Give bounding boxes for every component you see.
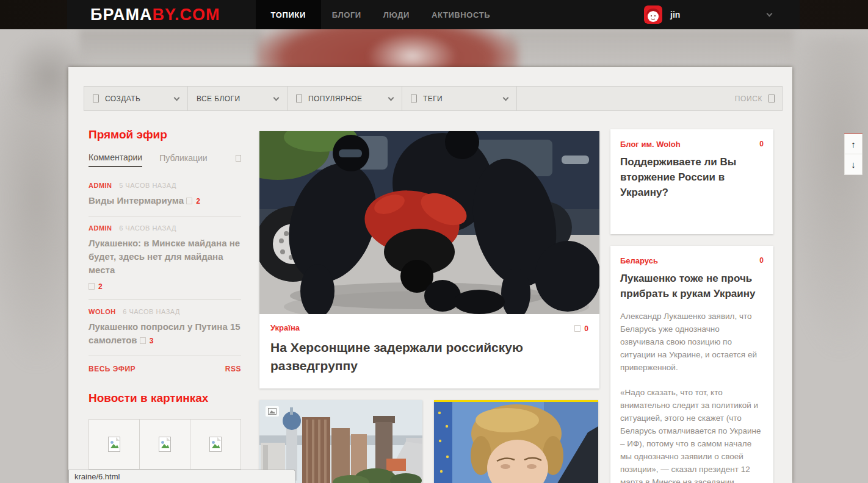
logo-text-red: BY.COM — [153, 5, 220, 24]
rss-link[interactable]: RSS — [225, 365, 241, 373]
news-pictures-title: Новости в картинках — [89, 392, 241, 405]
main-article-column: Україна 0 На Херсонщине задержали россий… — [259, 131, 599, 483]
entry-time: 6 ЧАСОВ НАЗАД — [119, 224, 176, 232]
article-thumbnail-merkel[interactable] — [434, 400, 598, 483]
chevron-down-icon — [767, 11, 773, 17]
entry-meta: ADMIN 5 ЧАСОВ НАЗАД — [89, 182, 241, 189]
nav-item-label: БЛОГИ — [332, 10, 361, 20]
live-feed-footer: ВЕСЬ ЭФИР RSS — [89, 365, 241, 373]
live-feed-sidebar: Прямой эфир Комментарии Публикации ADMIN… — [89, 128, 241, 483]
comment-count-value: 0 — [584, 324, 588, 333]
all-blogs-dropdown[interactable]: ВСЕ БЛОГИ — [188, 87, 288, 110]
broken-image-icon — [209, 437, 222, 452]
chevron-down-icon — [273, 95, 280, 101]
entry-time: 5 ЧАСОВ НАЗАД — [119, 182, 176, 189]
logo-text-white: БРАМА — [90, 5, 153, 24]
nav-item-activity[interactable]: АКТИВНОСТЬ — [421, 0, 501, 29]
background-statue-center-right — [507, 29, 794, 70]
article-title[interactable]: Поддерживаете ли Вы вторжение России в У… — [620, 154, 764, 200]
article-category-link[interactable]: Україна — [270, 323, 300, 332]
entry-title[interactable]: Виды Интермариума 2 — [89, 194, 241, 208]
popular-dropdown-label: ПОПУЛЯРНОЕ — [308, 95, 362, 103]
all-feed-link[interactable]: ВЕСЬ ЭФИР — [89, 365, 136, 373]
all-blogs-dropdown-label: ВСЕ БЛОГИ — [197, 95, 240, 103]
broken-image-icon — [108, 437, 120, 452]
popular-dropdown[interactable]: ПОПУЛЯРНОЕ — [288, 87, 402, 110]
entry-meta: ADMIN 6 ЧАСОВ НАЗАД — [89, 224, 241, 232]
comment-count-value: 2 — [196, 197, 200, 206]
background-statue-right — [781, 37, 868, 354]
sidebar-article-card: Блог им. Woloh 0 Поддерживаете ли Вы вто… — [610, 129, 773, 234]
nav-item-blogs[interactable]: БЛОГИ — [321, 0, 372, 29]
entry-title-text: Лукашенко попросил у Путина 15 самолетов — [89, 321, 241, 345]
gallery-icon — [266, 406, 279, 417]
comment-count-value: 3 — [150, 337, 154, 345]
nav-item-people[interactable]: ЛЮДИ — [372, 0, 421, 29]
popular-icon — [296, 95, 302, 102]
tab-publications[interactable]: Публикации — [159, 153, 207, 166]
main-article-photo[interactable] — [259, 131, 599, 314]
nav-item-topics[interactable]: ТОПИКИ — [256, 0, 321, 29]
comment-icon — [89, 283, 95, 290]
merkel-photo — [434, 402, 598, 483]
entry-title[interactable]: Лукашенко: в Минске майдана не будет, зд… — [89, 237, 241, 277]
comment-count[interactable]: 0 — [759, 256, 764, 265]
site-header: БРАМАBY.COM ТОПИКИ БЛОГИ ЛЮДИ АКТИВНОСТЬ… — [67, 0, 800, 29]
arrow-down-icon: ↓ — [851, 159, 856, 170]
nav-item-label: АКТИВНОСТЬ — [432, 10, 490, 20]
right-sidebar: Блог им. Woloh 0 Поддерживаете ли Вы вто… — [610, 129, 773, 483]
secondary-articles-row — [259, 400, 599, 483]
picture-thumbnail[interactable] — [140, 420, 190, 470]
main-article-caption: Україна 0 На Херсонщине задержали россий… — [259, 314, 599, 388]
list-item: WOLOH 6 ЧАСОВ НАЗАД Лукашенко попросил у… — [89, 300, 241, 356]
entry-title[interactable]: Лукашенко попросил у Путина 15 самолетов… — [89, 320, 241, 348]
search-box — [517, 87, 782, 110]
entry-title-text: Лукашенко: в Минске майдана не будет, зд… — [89, 238, 240, 275]
article-paragraph: Александр Лукашенко заявил, что Беларусь… — [620, 310, 764, 374]
entry-time: 6 ЧАСОВ НАЗАД — [123, 308, 180, 315]
page-content: СОЗДАТЬ ВСЕ БЛОГИ ПОПУЛЯРНОЕ ТЕГИ Прямой… — [68, 67, 792, 483]
live-feed-tabs: Комментарии Публикации — [89, 152, 241, 167]
create-dropdown[interactable]: СОЗДАТЬ — [84, 87, 188, 110]
entry-author[interactable]: ADMIN — [89, 224, 112, 232]
comment-count[interactable]: 0 — [574, 323, 588, 334]
entry-author[interactable]: ADMIN — [89, 182, 112, 189]
scroll-up-button[interactable]: ↑ — [844, 134, 863, 154]
comment-icon — [140, 337, 146, 344]
nav-item-label: ТОПИКИ — [271, 10, 306, 20]
comment-icon — [186, 198, 192, 204]
scroll-down-button[interactable]: ↓ — [844, 154, 863, 175]
tags-icon — [411, 95, 417, 102]
picture-thumbnail[interactable] — [89, 420, 140, 470]
blog-link[interactable]: Беларусь — [620, 256, 658, 265]
browser-status-tooltip: kraine/6.html — [68, 470, 295, 483]
search-input[interactable] — [524, 95, 769, 103]
search-icon[interactable] — [769, 95, 775, 102]
create-icon — [93, 95, 99, 102]
broken-image-icon — [159, 437, 171, 452]
card-header: Блог им. Woloh 0 — [620, 140, 764, 149]
picture-thumbnail[interactable] — [190, 420, 241, 470]
comment-count[interactable]: 2 — [89, 281, 103, 291]
tab-comments[interactable]: Комментарии — [89, 152, 142, 167]
feed-settings-icon[interactable] — [236, 155, 241, 162]
list-item: ADMIN 6 ЧАСОВ НАЗАД Лукашенко: в Минске … — [89, 216, 241, 300]
blog-link[interactable]: Блог им. Woloh — [620, 140, 681, 149]
main-article-title[interactable]: На Херсонщине задержали российскую разве… — [270, 338, 588, 375]
tags-dropdown-label: ТЕГИ — [423, 95, 443, 103]
comment-count[interactable]: 2 — [186, 195, 200, 206]
user-avatar — [644, 5, 662, 24]
create-dropdown-label: СОЗДАТЬ — [105, 95, 140, 103]
comment-count[interactable]: 3 — [140, 335, 154, 345]
user-name: jin — [670, 10, 680, 20]
article-title[interactable]: Лукашенко тоже не прочь прибрать к рукам… — [620, 271, 764, 301]
site-logo[interactable]: БРАМАBY.COM — [90, 5, 220, 24]
live-feed-title: Прямой эфир — [89, 128, 241, 141]
card-header: Беларусь 0 — [620, 256, 764, 265]
filter-bar: СОЗДАТЬ ВСЕ БЛОГИ ПОПУЛЯРНОЕ ТЕГИ — [84, 86, 783, 111]
user-menu[interactable]: jin — [644, 5, 800, 24]
comment-count[interactable]: 0 — [759, 140, 764, 149]
tags-dropdown[interactable]: ТЕГИ — [402, 87, 517, 110]
chevron-down-icon — [388, 95, 394, 101]
entry-author[interactable]: WOLOH — [89, 308, 116, 315]
